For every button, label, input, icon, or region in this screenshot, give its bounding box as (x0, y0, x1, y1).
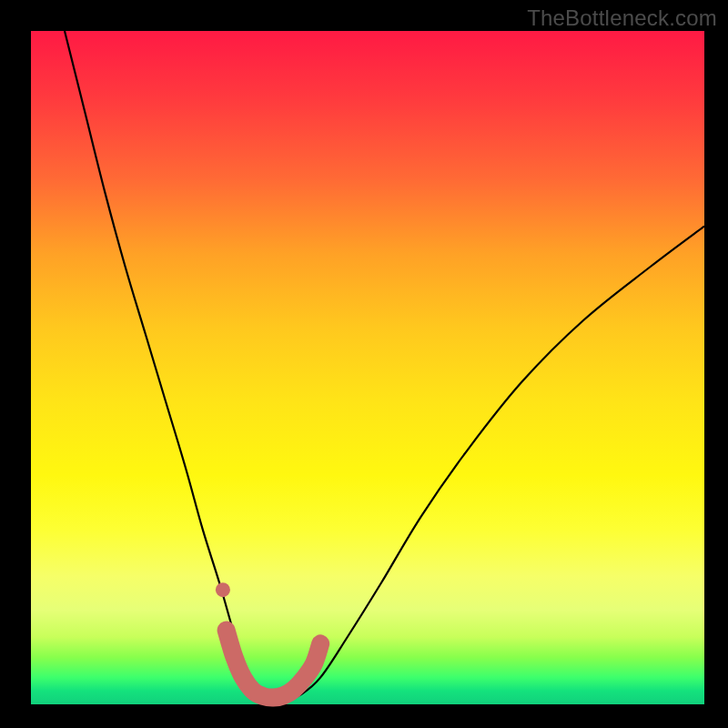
outer-frame: TheBottleneck.com (0, 0, 728, 728)
curve-layer (65, 31, 704, 701)
chart-svg (31, 31, 704, 704)
marker-layer (216, 582, 320, 697)
attribution-watermark: TheBottleneck.com (527, 5, 717, 31)
highlight-band (227, 631, 321, 698)
plot-area (31, 31, 704, 704)
bottleneck-curve (65, 31, 704, 701)
outlier-marker (216, 582, 230, 597)
